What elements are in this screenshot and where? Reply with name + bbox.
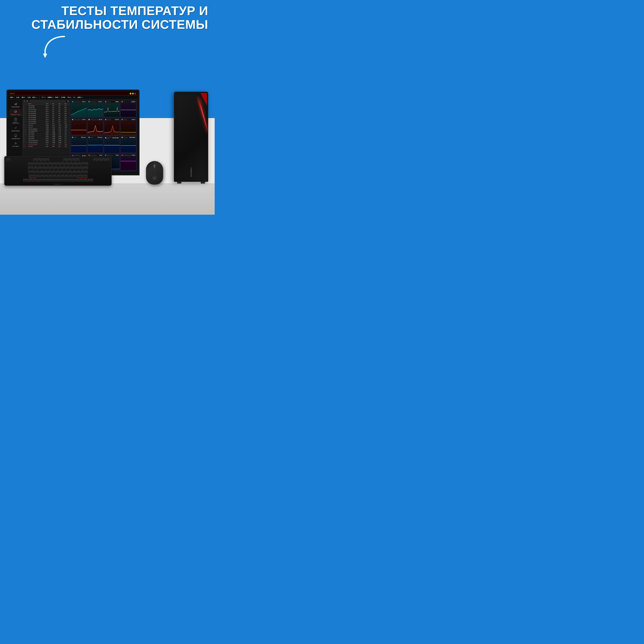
key-9[interactable] bbox=[65, 163, 68, 166]
mouse[interactable] bbox=[146, 161, 163, 185]
key-w[interactable] bbox=[38, 167, 41, 170]
key-0[interactable] bbox=[69, 163, 72, 166]
key-tab[interactable] bbox=[28, 167, 33, 170]
key-f7[interactable] bbox=[72, 158, 75, 162]
key-shift-l[interactable] bbox=[29, 175, 36, 178]
sidebar-item-monitoring[interactable]: MONITORING bbox=[9, 125, 22, 133]
key-bracket-r[interactable] bbox=[79, 167, 82, 170]
toolbar-btn-1[interactable]: ≡ bbox=[23, 100, 26, 102]
key-z[interactable] bbox=[36, 175, 40, 178]
key-l[interactable] bbox=[68, 171, 72, 174]
key-slash[interactable] bbox=[73, 175, 76, 178]
key-7[interactable] bbox=[57, 163, 60, 166]
key-space[interactable] bbox=[39, 179, 73, 182]
maximize-button[interactable] bbox=[132, 93, 134, 94]
toolbar-btn-2[interactable]: ⊞ bbox=[26, 100, 28, 102]
svg-marker-17 bbox=[104, 126, 120, 135]
key-f12[interactable] bbox=[106, 158, 109, 162]
key-f1[interactable] bbox=[33, 158, 37, 162]
chart-gpu-clock: GPU Clock 845.00 MHz bbox=[120, 136, 136, 153]
key-ctrl-l[interactable] bbox=[23, 179, 28, 182]
key-win[interactable] bbox=[29, 179, 32, 182]
key-g[interactable] bbox=[52, 171, 56, 174]
key-8[interactable] bbox=[61, 163, 64, 166]
key-f3[interactable] bbox=[41, 158, 45, 162]
sidebar-item-benchmark[interactable]: BENCHMARK bbox=[9, 101, 22, 109]
minimize-button[interactable] bbox=[130, 93, 131, 94]
key-c[interactable] bbox=[44, 175, 48, 178]
sidebar-item-sysinfo[interactable]: SYSTEM INFO bbox=[9, 133, 22, 140]
key-o[interactable] bbox=[67, 167, 70, 170]
sidebar-item-stability[interactable]: STABILITY TEST bbox=[9, 109, 22, 116]
key-tilde[interactable] bbox=[28, 163, 32, 166]
key-e[interactable] bbox=[42, 167, 46, 170]
key-v[interactable] bbox=[49, 175, 52, 178]
col-name: Name bbox=[28, 103, 45, 105]
key-ctrl-r[interactable] bbox=[88, 179, 93, 182]
sidebar-item-certificate[interactable]: STABILITYCERTIFICATE bbox=[9, 117, 22, 125]
svg-rect-2 bbox=[15, 103, 16, 105]
key-y[interactable] bbox=[54, 167, 58, 170]
key-backslash[interactable] bbox=[83, 167, 88, 170]
key-s[interactable] bbox=[40, 171, 43, 174]
key-f8[interactable] bbox=[76, 158, 79, 162]
key-quote[interactable] bbox=[77, 171, 80, 174]
key-b[interactable] bbox=[53, 175, 56, 178]
key-a[interactable] bbox=[36, 171, 39, 174]
table-row: ☑●CPU Core (E103)45.0°C44.046.058.0 bbox=[23, 115, 70, 117]
key-shift-r[interactable] bbox=[77, 175, 87, 178]
key-alt-l[interactable] bbox=[33, 179, 38, 182]
key-4[interactable] bbox=[44, 163, 48, 166]
key-t[interactable] bbox=[50, 167, 54, 170]
key-comma[interactable] bbox=[65, 175, 68, 178]
table-row: ☑●CPU Core (E107)45.0°C44.047.058.0 bbox=[23, 122, 70, 124]
key-f5[interactable] bbox=[64, 158, 67, 162]
key-backspace[interactable] bbox=[81, 163, 88, 166]
key-x[interactable] bbox=[40, 175, 44, 178]
key-enter[interactable] bbox=[81, 171, 88, 174]
key-2[interactable] bbox=[36, 163, 40, 166]
key-esc[interactable] bbox=[7, 158, 10, 162]
key-alt-r[interactable] bbox=[74, 179, 79, 182]
key-menu[interactable] bbox=[84, 179, 87, 182]
close-button[interactable] bbox=[134, 93, 136, 94]
key-f6[interactable] bbox=[68, 158, 71, 162]
key-k[interactable] bbox=[64, 171, 68, 174]
key-5[interactable] bbox=[49, 163, 52, 166]
key-f[interactable] bbox=[48, 171, 52, 174]
stat-voltage: 1.18 v bbox=[16, 97, 20, 98]
key-bracket-l[interactable] bbox=[75, 167, 78, 170]
key-semicolon[interactable] bbox=[73, 171, 76, 174]
key-f4[interactable] bbox=[46, 158, 49, 162]
key-u[interactable] bbox=[58, 167, 62, 170]
key-h[interactable] bbox=[56, 171, 60, 174]
key-capslock[interactable] bbox=[28, 171, 35, 174]
key-d[interactable] bbox=[44, 171, 47, 174]
mouse-texture bbox=[146, 161, 163, 184]
key-1[interactable] bbox=[32, 163, 36, 166]
key-minus[interactable] bbox=[73, 163, 76, 166]
table-row: ☑●CPU Core Voltage D...1.383V1.0831.2461… bbox=[23, 128, 70, 130]
key-fn[interactable] bbox=[80, 179, 83, 182]
key-i[interactable] bbox=[62, 167, 66, 170]
chart-system-fan: System 2 1354 rpm bbox=[71, 136, 87, 153]
key-m[interactable] bbox=[61, 175, 64, 178]
key-p[interactable] bbox=[71, 167, 74, 170]
key-period[interactable] bbox=[69, 175, 72, 178]
key-q[interactable] bbox=[34, 167, 37, 170]
search-field[interactable] bbox=[29, 100, 66, 102]
key-f2[interactable] bbox=[37, 158, 41, 162]
toolbar-btn-filter[interactable]: ▼ bbox=[67, 100, 69, 102]
table-row: ☑●Core Voltage (VDD T...1.206V1.0831.246… bbox=[23, 130, 70, 132]
key-6[interactable] bbox=[53, 163, 56, 166]
sidebar-item-settings[interactable]: SETTINGS bbox=[9, 141, 22, 148]
key-j[interactable] bbox=[60, 171, 64, 174]
table-row: ☑●CPU TDC12.3A9.9910.5270.8 bbox=[23, 146, 70, 147]
key-equals[interactable] bbox=[77, 163, 81, 166]
key-f10[interactable] bbox=[98, 158, 101, 162]
key-r[interactable] bbox=[46, 167, 50, 170]
key-f9[interactable] bbox=[94, 158, 97, 162]
key-3[interactable] bbox=[40, 163, 44, 166]
key-f11[interactable] bbox=[102, 158, 105, 162]
key-n[interactable] bbox=[57, 175, 60, 178]
